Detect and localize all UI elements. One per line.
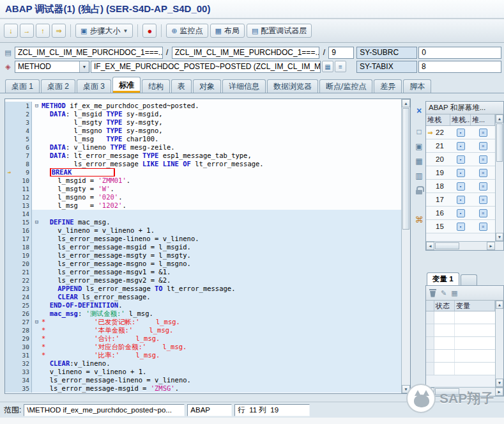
session-icon[interactable]: ⌘: [413, 214, 425, 225]
watchpoint-button[interactable]: ⊕ 监控点: [166, 24, 208, 38]
stop-debugger-icon[interactable]: ●: [142, 24, 157, 38]
display-grid-icon[interactable]: ▦: [451, 289, 457, 297]
code-editor[interactable]: 1⊟METHOD if_ex_me_purchdoc_posted~posted…: [4, 98, 411, 394]
stack-row[interactable]: ⇒22▪≡: [426, 126, 495, 139]
code-line[interactable]: 16 v_lineno = v_lineno + 1.: [5, 226, 401, 235]
event-type-combo[interactable]: METHOD ▼: [15, 61, 89, 73]
scroll-up-icon[interactable]: ▲: [496, 114, 503, 123]
code-line[interactable]: 25 END-OF-DEFINITION.: [5, 301, 401, 310]
lock-icon[interactable]: [413, 185, 425, 196]
variable-row[interactable]: [426, 350, 495, 363]
scrollbar-track[interactable]: [460, 242, 487, 250]
code-line[interactable]: 5 l_msg TYPE char100.: [5, 135, 401, 143]
code-line[interactable]: 21 ls_error_message-msgv1 = &1.: [5, 268, 401, 276]
editor-vertical-scrollbar[interactable]: ▲ ▼: [401, 99, 410, 393]
stack-row[interactable]: 19▪≡: [426, 166, 495, 180]
continue-icon[interactable]: ⇒: [52, 24, 66, 38]
code-line[interactable]: ⇒9 BREAK: [5, 168, 401, 177]
code-line[interactable]: 23 APPEND ls_error_message TO lt_error_m…: [5, 285, 401, 293]
step-into-icon[interactable]: ↓: [4, 24, 18, 38]
table-view-icon[interactable]: ▥: [413, 170, 425, 182]
tab-variables-next[interactable]: [461, 274, 477, 285]
variable-row[interactable]: [426, 363, 495, 375]
stack-row[interactable]: 17▪≡: [426, 193, 495, 207]
scrollbar-thumb[interactable]: [402, 108, 409, 230]
tab-desktop-1[interactable]: 桌面 1: [5, 79, 40, 93]
line-field[interactable]: 9: [328, 47, 354, 59]
event-name-field[interactable]: IF_EX_ME_PURCHDOC_POSTED~POSTED (ZCL_IM_…: [91, 61, 321, 73]
code-line[interactable]: 31* '比率:' l_msg.: [5, 351, 401, 359]
code-line[interactable]: 11 l_msgty = 'W'.: [5, 185, 401, 193]
variable-row[interactable]: [426, 337, 495, 350]
variable-row[interactable]: [426, 324, 495, 337]
tab-data-explorer[interactable]: 数据浏览器: [267, 79, 318, 93]
fold-collapse-icon[interactable]: ⊟: [32, 218, 42, 226]
tab-script[interactable]: 脚本: [403, 79, 431, 93]
code-line[interactable]: 3 l_msgty TYPE sy-msgty,: [5, 118, 401, 127]
code-line[interactable]: 13 l_msg = '1202'.: [5, 201, 401, 210]
tab-detail[interactable]: 详细信息: [222, 79, 266, 93]
layout-button[interactable]: ▦ 布局: [210, 24, 245, 38]
include-field[interactable]: ZCL_IM_CL_IM_ME_PURCHDOC_1===...: [172, 47, 320, 59]
tab-structures[interactable]: 结构: [142, 79, 170, 93]
tab-desktop-3[interactable]: 桌面 3: [77, 79, 111, 93]
code-line[interactable]: 19 ls_error_message-msgty = l_msgty.: [5, 251, 401, 260]
code-line[interactable]: 8 ls_error_message LIKE LINE OF lt_error…: [5, 160, 401, 168]
new-page-icon[interactable]: □: [413, 126, 425, 137]
code-line[interactable]: 34 ls_error_message-lineno = v_lineno.: [5, 376, 401, 384]
scroll-up-icon[interactable]: ▲: [402, 99, 410, 107]
scroll-right-icon[interactable]: ►: [495, 388, 503, 396]
scroll-down-icon[interactable]: ▼: [496, 379, 503, 387]
display-structure-icon[interactable]: ▦: [322, 61, 333, 72]
scroll-left-icon[interactable]: ◄: [426, 242, 434, 250]
scroll-up-icon[interactable]: ▲: [496, 301, 503, 309]
scrollbar-track[interactable]: [496, 309, 503, 379]
code-line[interactable]: 20 ls_error_message-msgno = l_msgno.: [5, 260, 401, 268]
stack-row[interactable]: 21▪≡: [426, 139, 495, 153]
stack-vertical-scrollbar[interactable]: ▲ ▼: [495, 114, 503, 241]
code-line[interactable]: 15⊟ DEFINE mac_msg.: [5, 218, 401, 226]
close-icon[interactable]: ×: [413, 105, 425, 116]
sy-tabix-value-field[interactable]: 8: [418, 61, 501, 73]
code-line[interactable]: 35 ls_error_message-msgid = 'ZMSG'.: [5, 384, 401, 393]
code-line[interactable]: 27⊟* '已发货记帐:' l_msg.: [5, 318, 401, 326]
fold-collapse-icon[interactable]: ⊟: [32, 102, 42, 110]
step-size-button[interactable]: ▣ 步骤大小 ▼: [75, 24, 133, 38]
code-line[interactable]: 32 CLEAR:v_lineno.: [5, 359, 401, 368]
tab-breakpoints[interactable]: 断点/监控点: [319, 79, 372, 93]
execute-step-icon[interactable]: →: [20, 24, 34, 38]
variables-vertical-scrollbar[interactable]: ▲ ▼: [495, 301, 503, 387]
copy-icon[interactable]: ▣: [413, 141, 425, 152]
tab-objects[interactable]: 对象: [193, 79, 221, 93]
code-line[interactable]: 7 DATA: lt_error_message TYPE esp1_messa…: [5, 152, 401, 160]
code-line[interactable]: 17 ls_error_message-lineno = v_lineno.: [5, 235, 401, 243]
delete-variable-icon[interactable]: [429, 289, 436, 297]
tab-diff[interactable]: 差异: [374, 79, 402, 93]
code-line[interactable]: 26 mac_msg: '测试金额:' l_msg.: [5, 310, 401, 318]
sy-subrc-value-field[interactable]: 0: [418, 47, 501, 59]
fold-collapse-icon[interactable]: ⊟: [32, 318, 42, 326]
variable-row[interactable]: [426, 311, 495, 324]
code-line[interactable]: 29* '合计:' l_msg.: [5, 334, 401, 343]
tab-standard[interactable]: 标准: [112, 77, 141, 93]
code-line[interactable]: 33 v_lineno = v_lineno + 1.: [5, 368, 401, 376]
tab-tables[interactable]: 表: [171, 79, 192, 93]
scroll-right-icon[interactable]: ►: [487, 242, 495, 250]
code-line[interactable]: 10 l_msgid = 'ZMM01'.: [5, 177, 401, 185]
stack-horizontal-scrollbar[interactable]: ◄ ►: [426, 241, 503, 250]
code-line[interactable]: 1⊟METHOD if_ex_me_purchdoc_posted~posted…: [5, 102, 401, 110]
scrollbar-track[interactable]: [496, 162, 503, 233]
scrollbar-thumb[interactable]: [496, 123, 503, 162]
code-line[interactable]: 2 DATA: l_msgid TYPE sy-msgid,: [5, 110, 401, 118]
code-line[interactable]: 22 ls_error_message-msgv2 = &2.: [5, 276, 401, 285]
grid-icon[interactable]: ▦: [413, 155, 425, 167]
stack-row[interactable]: 20▪≡: [426, 153, 495, 166]
combo-dropdown-icon[interactable]: ▼: [79, 61, 89, 72]
stack-row[interactable]: 18▪≡: [426, 180, 495, 193]
edit-icon[interactable]: ✎: [441, 289, 447, 297]
scope-field[interactable]: \METHOD if_ex_me_purchdoc_posted~po...: [24, 404, 185, 416]
code-line[interactable]: 24 CLEAR ls_error_message.: [5, 293, 401, 301]
code-line[interactable]: 6 DATA: v_lineno TYPE mesg-zeile.: [5, 143, 401, 152]
main-program-field[interactable]: ZCL_IM_CL_IM_ME_PURCHDOC_1===...: [15, 47, 163, 59]
stack-row[interactable]: 16▪≡: [426, 207, 495, 220]
